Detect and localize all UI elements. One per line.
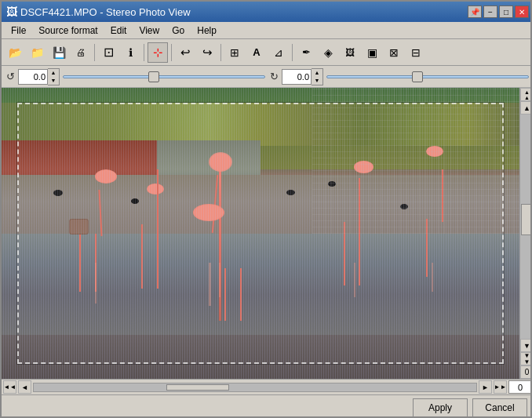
right-scrollbar: ▲▲ ▲ ▼ ▼▼ 0	[519, 88, 532, 379]
open-folder-btn[interactable]: 📁	[27, 42, 47, 63]
menu-view[interactable]: View	[133, 24, 166, 38]
right-slider-track[interactable]	[326, 75, 529, 78]
open-file-btn[interactable]: 📂	[5, 42, 25, 63]
title-bar-controls: 📌 − □ ✕	[468, 5, 529, 18]
right-slider-thumb[interactable]	[412, 71, 423, 82]
text-resize-btn[interactable]: A	[246, 42, 267, 63]
redo-btn[interactable]: ↪	[197, 42, 217, 63]
action-bar: Apply Cancel	[2, 394, 532, 418]
scroll-track-horizontal[interactable]	[33, 383, 477, 392]
scroll-left-btn[interactable]: ◄	[18, 380, 31, 394]
right-spin-down[interactable]: ▼	[312, 77, 322, 85]
left-slider-group: ↺ ▲ ▼	[6, 68, 265, 85]
scroll-double-right-btn[interactable]: ►►	[494, 380, 507, 394]
left-rotate-icon: ↺	[6, 71, 15, 82]
sliders-row: ↺ ▲ ▼ ↻ ▲ ▼	[2, 66, 532, 88]
scroll-num-horizontal: 0	[508, 380, 532, 394]
fit-btn[interactable]: ⊞	[224, 42, 245, 63]
stereo-btn[interactable]: ⊡	[98, 42, 118, 63]
scroll-num-display: 0	[520, 365, 532, 379]
info-btn[interactable]: ℹ	[120, 42, 140, 63]
title-bar-left: 🖼 DSCF4421.MPO - Stereo Photo View	[6, 5, 191, 18]
pin-button[interactable]: 📌	[468, 5, 482, 18]
toolbar-sep-5	[292, 44, 293, 61]
menu-file[interactable]: File	[5, 24, 32, 38]
maximize-button[interactable]: □	[499, 5, 513, 18]
bottom-scrollbar: ◄◄ ◄ ► ►► 0	[2, 379, 532, 394]
left-slider-track[interactable]	[63, 75, 265, 78]
draw-btn[interactable]: ✒	[296, 42, 316, 63]
select-btn[interactable]: ⊹	[148, 42, 168, 63]
scroll-up-btn[interactable]: ▲	[520, 101, 532, 114]
title-bar: 🖼 DSCF4421.MPO - Stereo Photo View 📌 − □…	[2, 2, 532, 22]
minimize-button[interactable]: −	[483, 5, 497, 18]
image-btn[interactable]: 🖼	[340, 42, 360, 63]
scroll-thumb-horizontal[interactable]	[166, 384, 229, 391]
menu-source-format[interactable]: Source format	[32, 24, 104, 38]
app-icon: 🖼	[6, 5, 17, 18]
crop-btn[interactable]: ⊿	[268, 42, 289, 63]
left-slider-thumb[interactable]	[148, 71, 159, 82]
right-spin-arrows: ▲ ▼	[312, 68, 323, 85]
left-spinbox: ▲ ▼	[18, 68, 60, 85]
left-angle-input[interactable]	[18, 69, 48, 85]
cancel-button[interactable]: Cancel	[472, 398, 527, 417]
menu-bar: File Source format Edit View Go Help	[2, 22, 532, 39]
right-spin-up[interactable]: ▲	[312, 69, 322, 77]
right-spinbox: ▲ ▼	[282, 68, 323, 85]
right-rotate-icon: ↻	[270, 71, 279, 82]
photo-scene	[2, 88, 519, 379]
scroll-double-left-btn[interactable]: ◄◄	[3, 380, 16, 394]
window-title: DSCF4421.MPO - Stereo Photo View	[20, 6, 191, 18]
save-as-btn[interactable]: 🖨	[71, 42, 91, 63]
scroll-double-up-btn[interactable]: ▲▲	[520, 88, 532, 101]
menu-help[interactable]: Help	[191, 24, 223, 38]
scroll-down-btn[interactable]: ▼	[520, 339, 532, 352]
left-spin-up[interactable]: ▲	[48, 69, 59, 77]
scroll-right-btn[interactable]: ►	[479, 380, 492, 394]
left-spin-arrows: ▲ ▼	[48, 68, 60, 85]
toolbar-sep-3	[171, 44, 172, 61]
image-wrapper: ▲▲ ▲ ▼ ▼▼ 0	[2, 88, 532, 379]
image-container	[2, 88, 519, 379]
toolbar-sep-4	[220, 44, 221, 61]
auto-btn[interactable]: ⊟	[406, 42, 426, 63]
left-spin-down[interactable]: ▼	[48, 77, 59, 85]
menu-go[interactable]: Go	[166, 24, 191, 38]
main-window: 🖼 DSCF4421.MPO - Stereo Photo View 📌 − □…	[2, 2, 532, 418]
magic-btn[interactable]: ◈	[318, 42, 338, 63]
toolbar-sep-2	[144, 44, 144, 61]
right-slider-group: ↻ ▲ ▼	[270, 68, 529, 85]
crop2-btn[interactable]: ▣	[362, 42, 382, 63]
scroll-thumb-vertical[interactable]	[521, 204, 532, 235]
close-button[interactable]: ✕	[515, 5, 529, 18]
menu-edit[interactable]: Edit	[104, 24, 133, 38]
right-angle-input[interactable]	[282, 69, 312, 85]
scroll-track-vertical[interactable]	[520, 114, 532, 339]
save-btn[interactable]: 💾	[49, 42, 69, 63]
undo-btn[interactable]: ↩	[175, 42, 195, 63]
zoom-btn[interactable]: ⊠	[384, 42, 404, 63]
apply-button[interactable]: Apply	[413, 398, 468, 417]
scroll-double-down-btn[interactable]: ▼▼	[520, 352, 532, 365]
toolbar: 📂 📁 💾 🖨 ⊡ ℹ ⊹ ↩ ↪ ⊞ A ⊿ ✒ ◈ 🖼 ▣ ⊠ ⊟	[2, 39, 532, 66]
toolbar-sep-1	[94, 44, 95, 61]
